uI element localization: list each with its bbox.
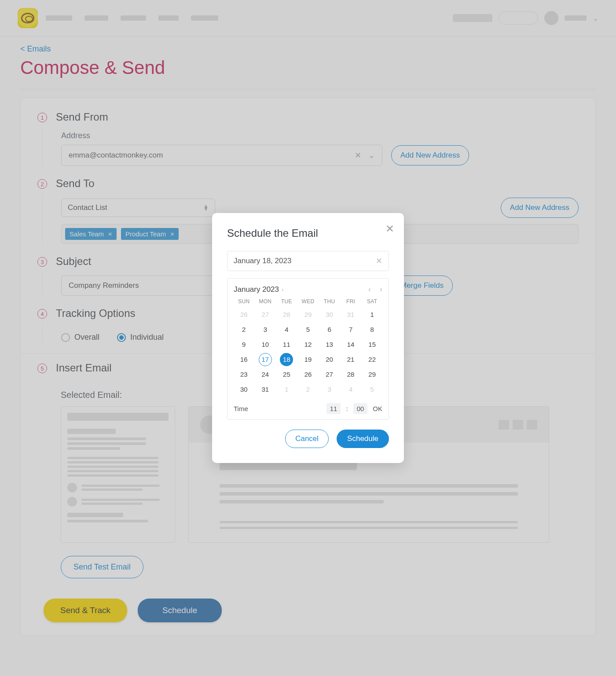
calendar-day[interactable]: 31: [344, 308, 357, 321]
calendar-day[interactable]: 18: [280, 353, 293, 366]
calendar-day[interactable]: 27: [323, 368, 336, 381]
calendar: January 2023› ‹ › SUNMONTUEWEDTHUFRISAT …: [227, 278, 389, 420]
calendar-day[interactable]: 20: [323, 353, 336, 366]
calendar-day[interactable]: 25: [280, 368, 293, 381]
calendar-day[interactable]: 28: [280, 308, 293, 321]
calendar-day[interactable]: 5: [301, 323, 315, 336]
time-hour-input[interactable]: 11: [326, 403, 341, 414]
calendar-day[interactable]: 26: [237, 308, 250, 321]
calendar-day[interactable]: 21: [344, 353, 357, 366]
calendar-day[interactable]: 14: [344, 338, 357, 351]
calendar-day[interactable]: 3: [259, 323, 272, 336]
modal-title: Schedule the Email: [227, 227, 389, 239]
calendar-day[interactable]: 30: [323, 308, 336, 321]
calendar-day[interactable]: 17: [259, 353, 272, 366]
calendar-day[interactable]: 2: [237, 323, 250, 336]
calendar-day[interactable]: 8: [366, 323, 379, 336]
calendar-day[interactable]: 2: [301, 383, 315, 396]
calendar-day[interactable]: 22: [366, 353, 379, 366]
calendar-day[interactable]: 19: [301, 353, 315, 366]
time-minute-input[interactable]: 00: [353, 403, 368, 414]
schedule-confirm-button[interactable]: Schedule: [337, 430, 389, 448]
calendar-day[interactable]: 1: [280, 383, 293, 396]
schedule-modal: ✕ Schedule the Email January 18, 2023 ✕ …: [212, 213, 404, 463]
calendar-day[interactable]: 28: [344, 368, 357, 381]
calendar-day[interactable]: 12: [301, 338, 315, 351]
date-input[interactable]: January 18, 2023 ✕: [227, 251, 389, 271]
prev-month-icon[interactable]: ‹: [368, 285, 371, 294]
calendar-day[interactable]: 27: [259, 308, 272, 321]
calendar-day[interactable]: 29: [301, 308, 315, 321]
calendar-day[interactable]: 6: [323, 323, 336, 336]
calendar-day[interactable]: 5: [366, 383, 379, 396]
calendar-day[interactable]: 11: [280, 338, 293, 351]
time-ok-button[interactable]: OK: [373, 405, 382, 412]
calendar-day[interactable]: 26: [301, 368, 315, 381]
calendar-day[interactable]: 3: [323, 383, 336, 396]
calendar-day[interactable]: 31: [259, 383, 272, 396]
calendar-day[interactable]: 1: [366, 308, 379, 321]
calendar-day[interactable]: 4: [344, 383, 357, 396]
calendar-day[interactable]: 16: [237, 353, 250, 366]
next-month-icon[interactable]: ›: [380, 285, 382, 294]
calendar-day[interactable]: 23: [237, 368, 250, 381]
close-icon[interactable]: ✕: [385, 223, 394, 235]
calendar-day[interactable]: 15: [366, 338, 379, 351]
calendar-day[interactable]: 10: [259, 338, 272, 351]
calendar-day[interactable]: 24: [259, 368, 272, 381]
calendar-day[interactable]: 30: [237, 383, 250, 396]
date-value: January 18, 2023: [234, 257, 291, 265]
clear-date-icon[interactable]: ✕: [376, 256, 382, 266]
calendar-day[interactable]: 29: [366, 368, 379, 381]
modal-overlay: ✕ Schedule the Email January 18, 2023 ✕ …: [0, 0, 616, 676]
time-label: Time: [234, 405, 248, 412]
cancel-button[interactable]: Cancel: [285, 430, 329, 448]
calendar-day[interactable]: 7: [344, 323, 357, 336]
calendar-day[interactable]: 13: [323, 338, 336, 351]
calendar-month-label[interactable]: January 2023›: [234, 285, 284, 294]
calendar-day[interactable]: 9: [237, 338, 250, 351]
calendar-day[interactable]: 4: [280, 323, 293, 336]
